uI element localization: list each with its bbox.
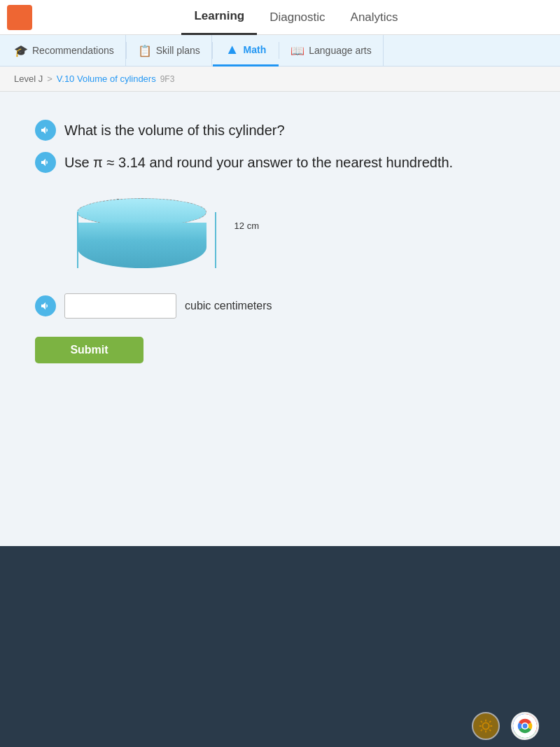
math-icon: ▲ (225, 41, 239, 57)
svg-point-0 (482, 722, 489, 729)
diagram-area: 38 cm ↓ 12 cm (35, 184, 525, 275)
speaker-icon-1 (40, 125, 51, 136)
breadcrumb-skill[interactable]: V.10 Volume of cylinders (57, 74, 156, 84)
cylinder-body (77, 223, 206, 268)
top-tabs: Learning Diagnostic Analytics (39, 0, 553, 35)
nav-analytics[interactable]: Analytics (338, 0, 411, 35)
question-line-1: What is the volume of this cylinder? (35, 120, 525, 141)
submit-button[interactable]: Submit (35, 337, 144, 363)
chrome-icon (513, 712, 537, 740)
svg-point-3 (523, 724, 528, 729)
dim-12-label: 12 cm (234, 221, 259, 231)
breadcrumb-code: 9F3 (160, 74, 175, 84)
cylinder-top (77, 198, 206, 226)
cylinder-diagram: 38 cm ↓ 12 cm (77, 198, 217, 268)
nav-learning[interactable]: Learning (181, 0, 257, 35)
nav-diagnostic[interactable]: Diagnostic (257, 0, 337, 35)
breadcrumb: Level J > V.10 Volume of cylinders 9F3 (0, 67, 560, 92)
sub-nav: 🎓 Recommendations 📋 Skill plans ▲ Math 📖… (0, 35, 560, 67)
subnav-language[interactable]: 📖 Language arts (279, 35, 384, 67)
speaker-btn-2[interactable] (35, 152, 56, 173)
answer-unit: cubic centimeters (185, 300, 272, 312)
answer-input[interactable] (64, 293, 176, 319)
breadcrumb-level: Level J (14, 74, 43, 84)
breadcrumb-sep: > (47, 74, 52, 84)
subnav-skillplans[interactable]: 📋 Skill plans (127, 35, 212, 67)
answer-area: cubic centimeters (35, 286, 525, 319)
cylinder-right-line (215, 212, 216, 268)
question-text-1: What is the volume of this cylinder? (64, 123, 285, 139)
taskbar (472, 712, 539, 740)
speaker-btn-3[interactable] (35, 295, 56, 316)
speaker-btn-1[interactable] (35, 120, 56, 141)
chrome-taskbar-icon[interactable] (511, 712, 539, 740)
speaker-icon-3 (40, 300, 51, 312)
skillplans-icon: 📋 (138, 44, 152, 57)
subnav-recommendations[interactable]: 🎓 Recommendations (14, 35, 126, 67)
main-content: What is the volume of this cylinder? Use… (0, 92, 560, 546)
cylinder-left-line (77, 212, 78, 268)
speaker-icon-2 (40, 157, 51, 168)
settings-taskbar-icon[interactable] (472, 712, 500, 740)
settings-icon (478, 718, 493, 734)
top-nav: Learning Diagnostic Analytics (0, 0, 560, 35)
recommendations-icon: 🎓 (14, 44, 28, 57)
subnav-math[interactable]: ▲ Math (213, 35, 279, 67)
dark-background (0, 546, 560, 747)
app-logo (7, 5, 32, 30)
question-text-2: Use π ≈ 3.14 and round your answer to th… (64, 155, 453, 171)
question-line-2: Use π ≈ 3.14 and round your answer to th… (35, 152, 525, 173)
language-icon: 📖 (290, 44, 304, 57)
